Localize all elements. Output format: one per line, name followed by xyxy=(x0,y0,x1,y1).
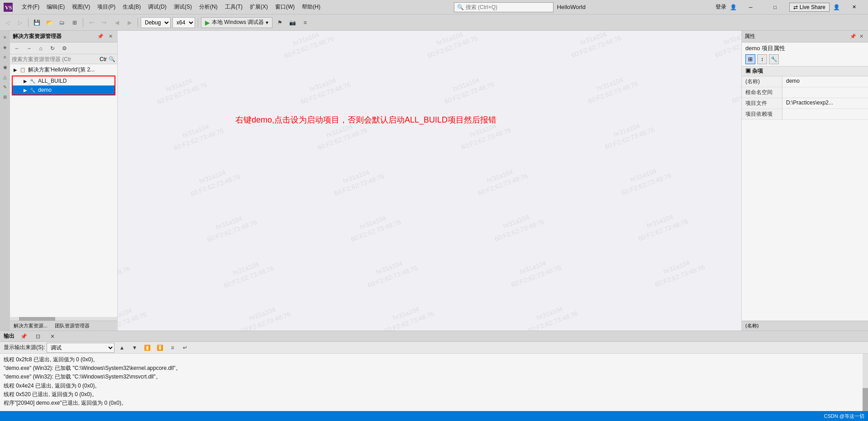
output-down-btn[interactable]: ▼ xyxy=(129,342,140,353)
activity-icon-2[interactable]: ◈ xyxy=(0,43,10,52)
toolbar-back2-btn[interactable]: ◀ xyxy=(111,17,122,28)
toolbar-misc-btn[interactable]: ⊞ xyxy=(69,17,80,28)
activity-icon-4[interactable]: ◉ xyxy=(0,62,10,71)
live-share-button[interactable]: ⇄ Live Share xyxy=(789,3,830,12)
solution-scrollbar-thumb[interactable] xyxy=(19,317,55,321)
sol-home-btn[interactable]: ⌂ xyxy=(35,43,46,54)
solution-panel-close-btn[interactable]: ✕ xyxy=(106,33,114,41)
menu-build[interactable]: 生成(B) xyxy=(119,1,144,13)
menu-edit[interactable]: 编辑(E) xyxy=(43,1,68,13)
debug-config-select[interactable]: Debug xyxy=(141,17,171,28)
output-page-up-btn[interactable]: ⏫ xyxy=(142,342,153,353)
main-area: ≡ ◈ ≡ ◉ △ ✎ ⊞ 解决方案资源管理器 📌 ✕ ← → ⌂ ↻ ⚙ Ct… xyxy=(0,31,868,331)
menu-project[interactable]: 项目(P) xyxy=(94,1,119,13)
props-value-deps xyxy=(782,109,868,119)
solution-tab[interactable]: 解决方案资源... xyxy=(12,322,49,330)
output-pin-btn[interactable]: 📌 xyxy=(18,331,29,342)
props-sort-btn[interactable]: ↕ xyxy=(757,54,767,64)
toolbar-screenshot-btn[interactable]: 📷 xyxy=(287,17,298,28)
minimize-button[interactable]: ─ xyxy=(740,0,761,14)
tree-item-all-build[interactable]: ▶ 🔧 ALL_BUILD xyxy=(13,76,114,85)
app-title: HelloWorld xyxy=(557,4,586,10)
menu-debug[interactable]: 调试(D) xyxy=(144,1,170,13)
solution-scrollbar[interactable] xyxy=(10,317,117,321)
person-icon: 👤 xyxy=(833,4,840,10)
cmake-icon-demo: 🔧 xyxy=(29,86,36,94)
solution-panel-pin-btn[interactable]: 📌 xyxy=(96,33,105,41)
toolbar-back-btn[interactable]: ◁ xyxy=(2,17,13,28)
toolbar-pin-btn[interactable]: ≡ xyxy=(300,17,310,28)
toolbar-save-all-btn[interactable]: 🗂 xyxy=(57,17,67,28)
sol-back-btn[interactable]: ← xyxy=(12,43,23,54)
props-section-label: 杂项 xyxy=(752,68,763,74)
sol-forward-btn[interactable]: → xyxy=(24,43,34,54)
props-row-deps: 项目依赖项 xyxy=(742,109,868,120)
annotation-text: 右键demo,点击设为启动项目，否则会默认启动ALL_BUILD项目然后报错 xyxy=(235,114,496,125)
menu-analyze[interactable]: 分析(N) xyxy=(196,1,221,13)
arch-select[interactable]: x64 xyxy=(172,17,195,28)
output-close-btn[interactable]: ✕ xyxy=(47,331,58,342)
props-key-deps: 项目依赖项 xyxy=(742,109,782,119)
activity-icon-5[interactable]: △ xyxy=(0,72,10,81)
toolbar-extra-btn[interactable]: ⚑ xyxy=(274,17,285,28)
team-tab[interactable]: 团队资源管理器 xyxy=(53,322,91,330)
all-build-label: ALL_BUILD xyxy=(38,78,67,84)
output-float-btn[interactable]: ⊡ xyxy=(33,331,43,342)
props-value-file: D:\Practices\exp2... xyxy=(782,98,868,109)
output-page-down-btn[interactable]: ⏬ xyxy=(154,342,165,353)
toolbar-undo-btn[interactable]: ↩ xyxy=(86,17,97,28)
output-line-3: "demo.exe" (Win32): 已加载 "C:\Windows\Syst… xyxy=(4,373,864,381)
properties-titlebar: 属性 📌 ✕ xyxy=(742,31,868,43)
output-source-select[interactable]: 调试 xyxy=(47,343,114,353)
menu-file[interactable]: 文件(F) xyxy=(18,1,43,13)
activity-icon-7[interactable]: ⊞ xyxy=(0,92,10,101)
properties-panel: 属性 📌 ✕ demo 项目属性 ⊞ ↕ 🔧 ▣ 杂项 (名称) demo 根命… xyxy=(741,31,868,331)
output-align-btn[interactable]: ≡ xyxy=(167,342,178,353)
solution-search-bar[interactable]: Ctr 🔍 xyxy=(10,54,117,64)
props-wrench-btn[interactable]: 🔧 xyxy=(769,54,779,64)
menu-test[interactable]: 测试(S) xyxy=(170,1,196,13)
solution-search-icon: 🔍 xyxy=(109,56,115,62)
tree-item-demo[interactable]: ▶ 🔧 demo xyxy=(13,85,114,95)
props-grid-btn[interactable]: ⊞ xyxy=(745,54,755,64)
toolbar-redo-btn[interactable]: ↪ xyxy=(99,17,110,28)
title-bar: VS 文件(F) 编辑(E) 视图(V) 项目(P) 生成(B) 调试(D) 测… xyxy=(0,0,868,14)
props-value-namespace xyxy=(782,87,868,98)
run-debugger-button[interactable]: ▶ 本地 Windows 调试器 ▾ xyxy=(201,17,272,28)
menu-window[interactable]: 窗口(W) xyxy=(272,1,298,13)
menu-view[interactable]: 视图(V) xyxy=(68,1,94,13)
output-up-btn[interactable]: ▲ xyxy=(116,342,127,353)
sol-settings-btn[interactable]: ⚙ xyxy=(59,43,70,54)
props-close-btn[interactable]: ✕ xyxy=(857,33,865,41)
toolbar-save-btn[interactable]: 💾 xyxy=(31,17,42,28)
menu-extend[interactable]: 扩展(X) xyxy=(246,1,272,13)
props-key-name: (名称) xyxy=(742,76,782,87)
close-button[interactable]: ✕ xyxy=(844,0,864,14)
output-content: 线程 0x2fc8 已退出, 返回值为 0 (0x0)。 "demo.exe" … xyxy=(0,354,868,411)
activity-icon-6[interactable]: ✎ xyxy=(0,82,10,91)
toolbar-forward-btn[interactable]: ▷ xyxy=(14,17,25,28)
toolbar-sep3 xyxy=(138,18,138,27)
props-value-name: demo xyxy=(782,76,868,87)
props-pin-btn[interactable]: 📌 xyxy=(849,33,857,41)
search-input[interactable] xyxy=(466,4,538,10)
search-box[interactable]: 🔍 xyxy=(454,2,553,12)
menu-help[interactable]: 帮助(H) xyxy=(298,1,324,13)
toolbar-forward2-btn[interactable]: ▶ xyxy=(124,17,135,28)
activity-icon-3[interactable]: ≡ xyxy=(0,52,10,61)
tree-item-solution[interactable]: ▶ 📋 解决方案'HelloWorld'(第 2... xyxy=(10,65,117,75)
login-label[interactable]: 登录 xyxy=(715,3,726,11)
solution-panel-titlebar: 解决方案资源管理器 📌 ✕ xyxy=(10,31,117,43)
toolbar-open-btn[interactable]: 📂 xyxy=(44,17,55,28)
solution-search-input[interactable] xyxy=(12,56,98,62)
output-wrap-btn[interactable]: ↵ xyxy=(180,342,191,353)
run-dropdown-icon: ▾ xyxy=(266,19,268,26)
output-line-2: "demo.exe" (Win32): 已加载 "C:\Windows\Syst… xyxy=(4,364,864,373)
restore-button[interactable]: □ xyxy=(765,0,786,14)
properties-rows: (名称) demo 根命名空间 项目文件 D:\Practices\exp2..… xyxy=(742,76,868,120)
sol-refresh-btn[interactable]: ↻ xyxy=(47,43,58,54)
activity-icon-1[interactable]: ≡ xyxy=(0,33,10,42)
menu-tools[interactable]: 工具(T) xyxy=(221,1,246,13)
properties-section-misc: ▣ 杂项 xyxy=(742,66,868,76)
vs-logo: VS xyxy=(4,3,13,12)
